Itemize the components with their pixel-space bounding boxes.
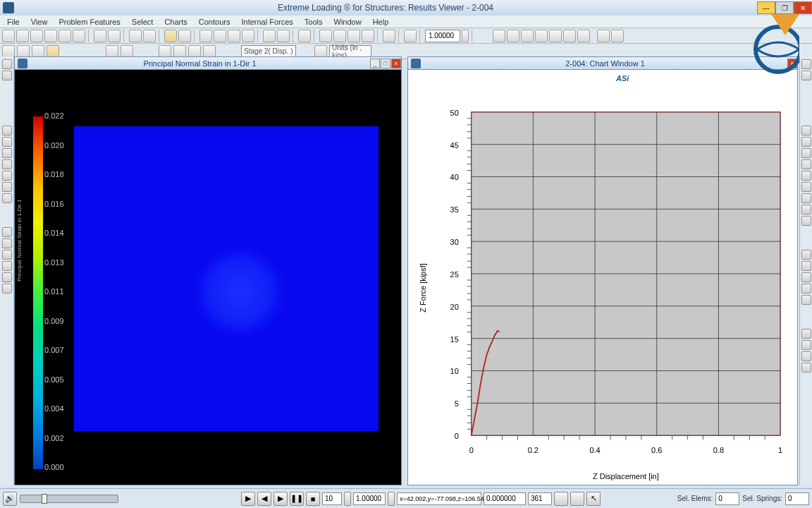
strain-panel-titlebar[interactable]: Principal Normal Strain in 1-Dir 1 _ □ ×: [15, 57, 401, 70]
menu-window[interactable]: Window: [330, 16, 366, 28]
tool-view3-icon[interactable]: [242, 30, 254, 42]
side-circle-icon[interactable]: [2, 126, 12, 135]
side-t1-icon[interactable]: [2, 227, 12, 237]
scale-input[interactable]: [425, 30, 460, 42]
time-spinner[interactable]: [388, 492, 395, 506]
tool-camera-icon[interactable]: [2, 45, 15, 58]
units-selector[interactable]: Units (in , kips): [329, 45, 371, 58]
tool-contour-icon[interactable]: [164, 30, 177, 42]
r-opt1-icon[interactable]: [801, 329, 811, 339]
stage-selector[interactable]: Stage 2( Disp. ): [241, 45, 296, 58]
side-text-icon[interactable]: [2, 193, 12, 203]
r-rotate-icon[interactable]: [801, 295, 811, 305]
side-t2-icon[interactable]: [2, 238, 12, 248]
side-t4-icon[interactable]: [2, 261, 12, 271]
close-button[interactable]: ✕: [794, 1, 812, 14]
frame-display[interactable]: 361: [528, 492, 552, 505]
tool-curve-icon[interactable]: [319, 30, 332, 42]
timeline-slider[interactable]: [20, 495, 118, 503]
menu-contours[interactable]: Contours: [195, 16, 235, 28]
side-t3-icon[interactable]: [2, 250, 12, 260]
r-view9-icon[interactable]: [801, 216, 811, 226]
chart-panel-titlebar[interactable]: 2-004: Chart Window 1 ×: [408, 57, 797, 70]
step-back-button[interactable]: ◀: [257, 492, 271, 506]
r-view3-icon[interactable]: [801, 148, 811, 158]
tool-export-icon[interactable]: [44, 30, 57, 42]
side-square-icon[interactable]: [2, 148, 12, 158]
time-input[interactable]: 1.00000: [353, 492, 386, 505]
tool-misc-icon[interactable]: [121, 45, 133, 58]
tool-style-icon[interactable]: [178, 30, 191, 42]
r-opt2-icon[interactable]: [801, 340, 811, 350]
tool-print-icon[interactable]: [30, 30, 43, 42]
r-view7-icon[interactable]: [801, 193, 811, 203]
tool-video-icon[interactable]: [17, 45, 30, 58]
r-view5-icon[interactable]: [801, 171, 811, 181]
side-pointer-icon[interactable]: [2, 59, 12, 69]
side-rect-icon[interactable]: [2, 137, 12, 147]
tool-point-icon[interactable]: [333, 30, 346, 42]
stop-button[interactable]: ■: [306, 492, 320, 506]
tool-axes-icon[interactable]: [106, 45, 118, 58]
r-zoom-in-icon[interactable]: [801, 250, 811, 260]
maximize-button[interactable]: ❐: [775, 1, 794, 14]
tool-g6-icon[interactable]: [563, 30, 576, 42]
side-select-icon[interactable]: [2, 71, 12, 80]
r-view8-icon[interactable]: [801, 205, 811, 214]
tool-pause-icon[interactable]: [129, 30, 142, 42]
r-view6-icon[interactable]: [801, 182, 811, 192]
menu-file[interactable]: File: [3, 16, 24, 28]
tool-view1-icon[interactable]: [214, 30, 226, 42]
minimize-button[interactable]: —: [757, 1, 775, 14]
play-button[interactable]: ▶: [241, 492, 255, 506]
tool-grid-icon[interactable]: [199, 30, 212, 42]
tool-filter-icon[interactable]: [298, 30, 311, 42]
frame-step-input[interactable]: 10: [322, 492, 342, 505]
r-opt3-icon[interactable]: [801, 351, 811, 361]
step-fwd-button[interactable]: ▶: [273, 492, 288, 506]
menu-internal-forces[interactable]: Internal Forces: [237, 16, 297, 28]
tool-view2-icon[interactable]: [228, 30, 240, 42]
menu-help[interactable]: Help: [369, 16, 393, 28]
r-pan-icon[interactable]: [801, 284, 811, 294]
tool-redo-icon[interactable]: [108, 30, 121, 42]
tool-folder-icon[interactable]: [32, 45, 44, 58]
tool-g8-icon[interactable]: [597, 30, 610, 42]
r-opt4-icon[interactable]: [801, 363, 811, 373]
tool-g4-icon[interactable]: [535, 30, 548, 42]
tool-g5-icon[interactable]: [549, 30, 562, 42]
speaker-icon[interactable]: 🔊: [3, 492, 17, 506]
sync-button-icon[interactable]: [554, 492, 568, 506]
frame-step-spinner[interactable]: [344, 492, 351, 506]
tool-refresh-icon[interactable]: [404, 30, 417, 42]
tool-circle-icon[interactable]: [383, 30, 395, 42]
side-t6-icon[interactable]: [2, 284, 12, 294]
panel-close-button[interactable]: ×: [391, 59, 401, 68]
side-x-icon[interactable]: [2, 159, 12, 169]
tool-layer3-icon[interactable]: [188, 45, 201, 58]
tool-axis-icon[interactable]: [362, 30, 374, 42]
tool-save-icon[interactable]: [16, 30, 29, 42]
menu-view[interactable]: View: [27, 16, 52, 28]
r-tool1-icon[interactable]: [801, 59, 811, 69]
scale-spinner[interactable]: [462, 30, 469, 42]
tool-play2-icon[interactable]: [143, 30, 156, 42]
menu-select[interactable]: Select: [128, 16, 158, 28]
tool-g9-icon[interactable]: [611, 30, 624, 42]
tool-layer1-icon[interactable]: [159, 45, 171, 58]
panel-close-button[interactable]: ×: [787, 59, 797, 68]
r-view4-icon[interactable]: [801, 159, 811, 169]
r-view1-icon[interactable]: [801, 126, 811, 135]
menu-problem-features[interactable]: Problem Features: [54, 16, 124, 28]
panel-minimize-button[interactable]: _: [370, 59, 380, 68]
chart-viewport[interactable]: 0 5 10 15 20 25 30 35 40 45 50 0 0.2 0.4…: [408, 70, 797, 485]
side-plus-icon[interactable]: [2, 171, 12, 181]
panel-maximize-button[interactable]: □: [381, 59, 390, 68]
cursor-button-icon[interactable]: ↖: [586, 492, 601, 506]
r-view2-icon[interactable]: [801, 137, 811, 147]
tool-line-icon[interactable]: [277, 30, 290, 42]
menu-tools[interactable]: Tools: [300, 16, 327, 28]
tool-record-icon[interactable]: [47, 45, 59, 58]
tool-open-icon[interactable]: [2, 30, 15, 42]
tool-layer4-icon[interactable]: [203, 45, 216, 58]
